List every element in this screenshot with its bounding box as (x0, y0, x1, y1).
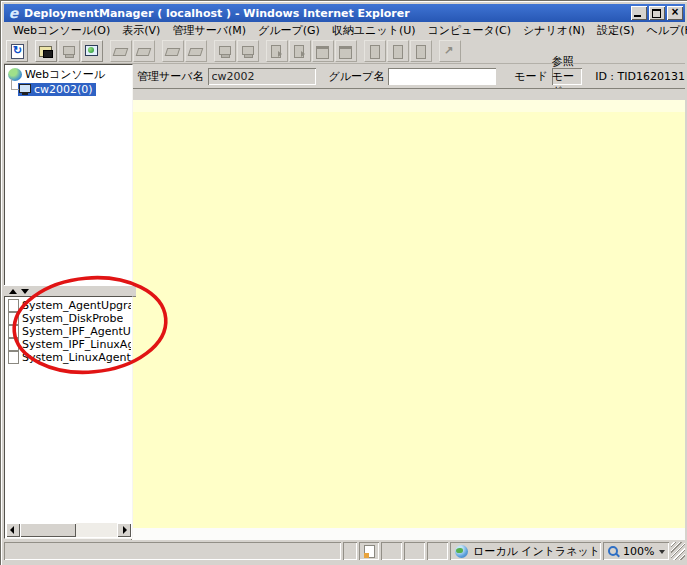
scenario-new-icon (367, 44, 383, 59)
file-move-icon (269, 44, 285, 59)
scenario-list: System_AgentUpgrade_MSystem_DiskProbeSys… (6, 298, 131, 523)
remote-window-button[interactable] (312, 40, 334, 62)
toolbar (4, 39, 685, 64)
tree-node-web-console[interactable]: Webコンソール (5, 65, 132, 82)
eraser-delete-button[interactable] (185, 40, 207, 62)
scenario-edit-button[interactable] (387, 40, 409, 62)
server-info-bar: 管理サーバ名 グループ名 モード 参照モード ID : TID1620131 (131, 64, 685, 88)
menu-item-help[interactable]: ヘルプ(H) (641, 22, 687, 40)
add-computer-button[interactable] (35, 40, 57, 62)
status-indicator-cell (359, 542, 379, 560)
scenario-edit-icon (390, 44, 406, 59)
splitter-up-icon[interactable] (9, 289, 17, 294)
delete-computer-icon (61, 44, 77, 59)
scenario-new-button[interactable] (364, 40, 386, 62)
scrollbar-thumb[interactable] (20, 523, 76, 537)
menu-bar: Webコンソール(O)表示(V)管理サーバ(M)グループ(G)収納ユニット(U)… (4, 22, 685, 39)
scenario-label: System_IPF_LinuxAgentU (22, 338, 131, 351)
eraser-button[interactable] (162, 40, 184, 62)
scenario-delete-icon (413, 44, 429, 59)
splitter-down-icon[interactable] (21, 289, 29, 294)
main-content-area (131, 100, 685, 528)
storage-unit-icon (113, 44, 129, 59)
scrollbar-track[interactable] (76, 523, 117, 537)
scroll-left-button[interactable] (6, 523, 20, 537)
computer-config-icon (240, 44, 256, 59)
menu-item-view[interactable]: 表示(V) (116, 22, 166, 40)
status-cell-2 (381, 542, 402, 560)
computer-icon (217, 44, 233, 59)
add-computer-icon (38, 44, 54, 59)
menu-item-management-server[interactable]: 管理サーバ(M) (166, 22, 252, 40)
status-cell-4 (427, 542, 448, 560)
minimize-button[interactable] (631, 6, 647, 20)
tree-node-server[interactable]: cw2002(0) (18, 83, 132, 96)
remote-window-config-icon (338, 44, 354, 59)
eraser-icon (165, 44, 181, 59)
file-copy-button[interactable] (289, 40, 311, 62)
page-status-icon (364, 545, 375, 558)
scenario-list-item[interactable]: System_AgentUpgrade_M (6, 299, 131, 312)
scenario-assign-button[interactable] (439, 40, 461, 62)
storage-unit-button[interactable] (110, 40, 132, 62)
zone-label: ローカル イントラネット (473, 544, 600, 559)
zoom-magnifier-icon (607, 545, 620, 558)
server-computer-icon (19, 84, 31, 95)
browser-window: e DeploymentManager ( localhost ) - Wind… (0, 0, 687, 565)
tree-connector (11, 79, 19, 90)
scenario-list-panel: System_AgentUpgrade_MSystem_DiskProbeSys… (4, 296, 133, 539)
scenario-label: System_IPF_AgentUpgra (22, 325, 131, 338)
zoom-level: 100% (623, 545, 654, 558)
refresh-icon (9, 44, 25, 59)
refresh-button[interactable] (6, 40, 28, 62)
security-zone-cell: ローカル イントラネット (450, 542, 601, 560)
scenario-list-item[interactable]: System_IPF_AgentUpgra (6, 325, 131, 338)
close-button[interactable] (667, 6, 683, 20)
tree-server-label: cw2002(0) (34, 83, 93, 96)
internet-explorer-icon: e (6, 6, 21, 21)
scenario-file-icon (8, 338, 19, 351)
session-id-text: ID : TID1620131 (595, 70, 685, 83)
tree-selected-node[interactable]: cw2002(0) (18, 83, 96, 96)
scenario-file-icon (8, 312, 19, 325)
group-name-label: グループ名 (329, 69, 385, 84)
delete-computer-button[interactable] (58, 40, 80, 62)
menu-item-storage-unit[interactable]: 収納ユニット(U) (326, 22, 422, 40)
content-top-strip (132, 100, 685, 112)
scenario-list-item[interactable]: System_LinuxAgentUpgr (6, 351, 131, 364)
resize-grip[interactable] (671, 542, 685, 560)
computer-button[interactable] (214, 40, 236, 62)
console-tree-panel: Webコンソール cw2002(0) (4, 64, 133, 287)
computer-config-button[interactable] (237, 40, 259, 62)
scenario-list-item[interactable]: System_DiskProbe (6, 312, 131, 325)
menu-item-computer[interactable]: コンピュータ(C) (422, 22, 518, 40)
status-cell-1 (343, 542, 357, 560)
menu-item-settings[interactable]: 設定(S) (591, 22, 641, 40)
zoom-control[interactable]: 100% (603, 542, 669, 560)
horizontal-scrollbar[interactable] (6, 523, 131, 537)
scroll-right-button[interactable] (117, 523, 131, 537)
server-name-field[interactable] (208, 68, 316, 85)
window-title: DeploymentManager ( localhost ) - Window… (24, 7, 629, 20)
menu-item-scenario[interactable]: シナリオ(N) (517, 22, 591, 40)
zoom-dropdown-icon[interactable] (659, 550, 665, 557)
web-console-button[interactable] (81, 40, 103, 62)
scenario-label: System_LinuxAgentUpgr (22, 351, 131, 364)
scenario-list-item[interactable]: System_IPF_LinuxAgentU (6, 338, 131, 351)
scenario-delete-button[interactable] (410, 40, 432, 62)
storage-unit-delete-icon (136, 44, 152, 59)
menu-item-web-console[interactable]: Webコンソール(O) (7, 22, 116, 40)
remote-window-icon (315, 44, 331, 59)
status-message-cell (4, 542, 341, 560)
group-name-field[interactable] (388, 68, 496, 85)
storage-unit-delete-button[interactable] (133, 40, 155, 62)
tree-root-label: Webコンソール (25, 67, 105, 82)
scenario-label: System_DiskProbe (22, 312, 123, 325)
file-move-button[interactable] (266, 40, 288, 62)
remote-window-config-button[interactable] (335, 40, 357, 62)
menu-item-group[interactable]: グループ(G) (252, 22, 326, 40)
scenario-file-icon (8, 351, 19, 364)
maximize-button[interactable] (649, 6, 665, 20)
scenario-file-icon (8, 325, 19, 338)
eraser-delete-icon (188, 44, 204, 59)
